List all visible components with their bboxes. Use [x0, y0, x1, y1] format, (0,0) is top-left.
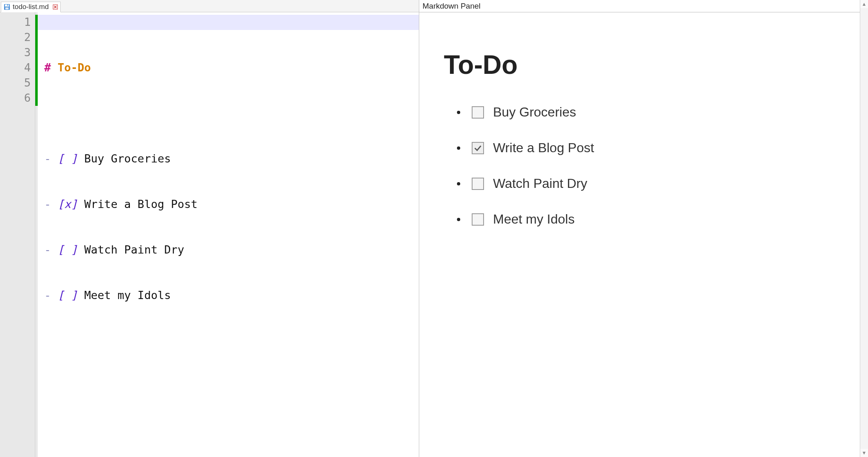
list-bullet: -	[44, 243, 51, 256]
task-text: Buy Groceries	[84, 152, 171, 165]
preview-scrollbar[interactable]: ▲ ▼	[860, 0, 868, 457]
code-line[interactable]: - [x] Write a Blog Post	[44, 197, 419, 212]
preview-task-item: Watch Paint Dry	[457, 176, 835, 191]
checkbox-bracket: [ ]	[58, 152, 78, 165]
code-area[interactable]: 1 2 3 4 5 6 # To-Do - [ ] Buy Groceries …	[0, 12, 419, 457]
line-number: 5	[2, 75, 31, 91]
svg-rect-2	[5, 7, 9, 9]
checkbox-icon[interactable]	[472, 106, 484, 119]
bullet-icon	[457, 111, 460, 114]
code-line[interactable]: - [ ] Buy Groceries	[44, 151, 419, 167]
checkbox-bracket: [x]	[58, 198, 78, 210]
code-line[interactable]: - [ ] Watch Paint Dry	[44, 242, 419, 258]
line-number: 4	[2, 60, 31, 75]
checkbox-bracket: [ ]	[58, 289, 78, 302]
preview-panel-title: Markdown Panel	[419, 0, 860, 12]
file-tab-label: todo-list.md	[13, 3, 49, 11]
checkbox-icon[interactable]	[472, 213, 484, 226]
save-disk-icon	[4, 4, 10, 10]
line-number: 6	[2, 91, 31, 106]
task-label: Meet my Idols	[493, 212, 575, 227]
preview-task-item: Buy Groceries	[457, 105, 835, 120]
task-text: Watch Paint Dry	[84, 243, 184, 256]
preview-task-list: Buy Groceries Write a Blog Post Watch Pa…	[444, 105, 835, 227]
checkbox-bracket: [ ]	[58, 243, 78, 256]
line-number-gutter: 1 2 3 4 5 6	[0, 12, 35, 457]
code-line[interactable]: # To-Do	[44, 60, 419, 75]
bullet-icon	[457, 146, 460, 150]
checkbox-icon[interactable]	[472, 178, 484, 190]
task-label: Write a Blog Post	[493, 140, 594, 155]
scroll-down-arrow-icon[interactable]: ▼	[860, 449, 868, 457]
task-label: Watch Paint Dry	[493, 176, 587, 191]
list-bullet: -	[44, 198, 51, 210]
tab-close-icon[interactable]	[53, 5, 58, 9]
editor-pane: todo-list.md 1 2 3 4 5 6 # To-Do - [ ] B…	[0, 0, 419, 457]
bullet-icon	[457, 218, 460, 221]
file-tab[interactable]: todo-list.md	[1, 2, 61, 12]
preview-task-item: Meet my Idols	[457, 212, 835, 227]
preview-pane: Markdown Panel To-Do Buy Groceries Write…	[419, 0, 860, 457]
heading-text: To-Do	[58, 61, 91, 74]
code-line[interactable]	[44, 106, 419, 121]
line-number: 3	[2, 45, 31, 60]
bullet-icon	[457, 182, 460, 185]
code-line[interactable]: - [ ] Meet my Idols	[44, 288, 419, 303]
editor-tab-bar: todo-list.md	[0, 0, 419, 12]
preview-task-item: Write a Blog Post	[457, 140, 835, 155]
scroll-up-arrow-icon[interactable]: ▲	[860, 0, 868, 8]
preview-body[interactable]: To-Do Buy Groceries Write a Blog Post Wa…	[419, 12, 860, 457]
line-number: 2	[2, 30, 31, 45]
preview-heading: To-Do	[444, 50, 835, 80]
line-number: 1	[2, 15, 31, 30]
list-bullet: -	[44, 289, 51, 302]
task-label: Buy Groceries	[493, 105, 576, 120]
scroll-track[interactable]	[860, 8, 868, 449]
svg-rect-3	[7, 5, 8, 6]
code-content[interactable]: # To-Do - [ ] Buy Groceries - [x] Write …	[38, 12, 419, 457]
checkbox-icon[interactable]	[472, 142, 484, 154]
list-bullet: -	[44, 152, 51, 165]
svg-rect-1	[5, 5, 9, 7]
task-text: Write a Blog Post	[84, 198, 198, 210]
active-line-highlight	[38, 15, 419, 30]
task-text: Meet my Idols	[84, 289, 171, 302]
heading-marker: #	[44, 61, 51, 74]
